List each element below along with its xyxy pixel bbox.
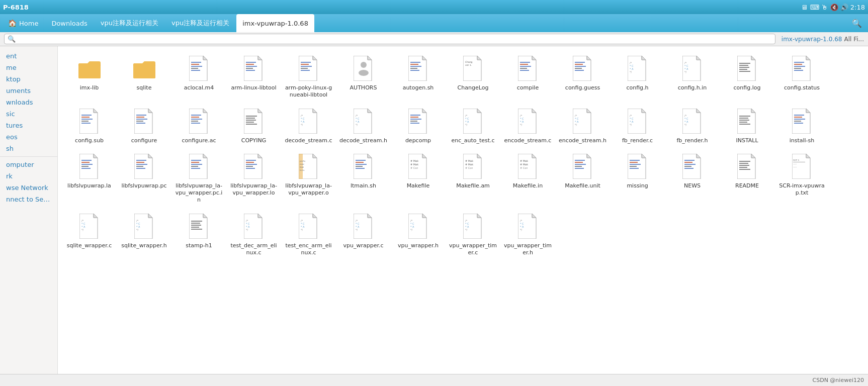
- file-item-libfslvpuwrap-pc-in[interactable]: libfslvpuwrap_la-vpu_wrapper.pc.in: [172, 149, 225, 207]
- sidebar-item-desktop[interactable]: ktop: [0, 73, 57, 85]
- svg-marker-214: [422, 154, 426, 158]
- svg-marker-74: [806, 56, 810, 60]
- file-item-COPYING[interactable]: COPYING: [227, 104, 280, 147]
- file-item-stamp-h1[interactable]: stamp-h1: [172, 209, 225, 260]
- svg-rect-76: [794, 64, 802, 65]
- file-item-config-guess[interactable]: config.guess: [556, 51, 609, 102]
- sidebar-item-recent[interactable]: ent: [0, 50, 57, 62]
- svg-marker-263: [94, 214, 98, 218]
- file-item-libfslvpuwrap-pc[interactable]: libfslvpuwrap.pc: [118, 149, 170, 207]
- file-item-config-h[interactable]: /* * C * A */ config.h: [611, 51, 664, 102]
- file-label-INSTALL: INSTALL: [736, 137, 758, 144]
- file-item-arm-linux-libtool[interactable]: arm-linux-libtool: [227, 51, 280, 102]
- sidebar-item-computer[interactable]: omputer: [0, 159, 57, 170]
- file-item-depcomp[interactable]: depcomp: [392, 104, 445, 147]
- file-item-ltmain[interactable]: ltmain.sh: [337, 149, 390, 207]
- file-item-Makefile[interactable]: # Mak # Mak # Con Makefile: [392, 149, 445, 207]
- sidebar-item-connect-server[interactable]: nnect to Server: [0, 194, 57, 205]
- tab-imx[interactable]: imx-vpuwrap-1.0.68: [236, 14, 314, 32]
- file-item-aclocal[interactable]: aclocal.m4: [172, 51, 225, 102]
- sidebar-item-home[interactable]: me: [0, 62, 57, 73]
- file-item-Makefile-in[interactable]: # Mak # Mak # Con Makefile.in: [501, 149, 554, 207]
- search-input[interactable]: [18, 35, 772, 43]
- svg-rect-247: [684, 166, 691, 167]
- file-label-libfslvpuwrap-la-wrapper: libfslvpuwrap_la-vpu_wrapper.lo: [229, 182, 278, 197]
- file-label-sqlite: sqlite: [137, 84, 152, 91]
- sidebar-item-trash[interactable]: sh: [0, 143, 57, 154]
- file-item-test-dec-arm-c[interactable]: /* * C * A */ test_dec_arm_elinux.c: [227, 209, 280, 260]
- svg-marker-219: [477, 154, 481, 158]
- file-item-configure-ac[interactable]: configure.ac: [172, 104, 225, 147]
- file-item-SCR-imx[interactable]: NXP S ----- ----- SCR-imx-vpuwrap.txt: [775, 149, 828, 207]
- file-item-INSTALL[interactable]: INSTALL: [721, 104, 773, 147]
- file-item-arm-poky-linux-gnueabi-libtool[interactable]: arm-poky-linux-gnueabi-libtool: [282, 51, 335, 102]
- file-label-config-sub: config.sub: [75, 137, 104, 144]
- file-item-config-status[interactable]: config.status: [775, 51, 828, 102]
- file-item-enc-auto-test-c[interactable]: /* * C * A */ enc_auto_test.c: [447, 104, 499, 147]
- tab-vpu2[interactable]: vpu注释及运行相关: [165, 14, 235, 32]
- svg-rect-69: [739, 65, 748, 66]
- file-label-arm-linux-libtool: arm-linux-libtool: [231, 84, 276, 91]
- file-item-imx-lib[interactable]: imx-lib: [63, 51, 116, 102]
- file-item-sqlite[interactable]: sqlite: [118, 51, 170, 102]
- svg-text:-----: -----: [793, 163, 797, 165]
- file-item-missing[interactable]: missing: [611, 149, 664, 207]
- file-item-config-h-in[interactable]: /* * C * A */ config.h.in: [666, 51, 719, 102]
- svg-rect-20: [301, 62, 311, 63]
- svg-text:# Con: # Con: [410, 166, 418, 169]
- svg-rect-191: [191, 168, 200, 169]
- file-item-NEWS[interactable]: NEWS: [666, 149, 719, 207]
- file-icon-decode-stream-c: /* * C * A */: [297, 107, 321, 135]
- file-item-vpu-wrapper-h[interactable]: /* * C * A */ vpu_wrapper.h: [392, 209, 445, 260]
- svg-rect-259: [793, 162, 805, 162]
- file-item-config-log[interactable]: config.log: [721, 51, 773, 102]
- svg-rect-15: [246, 66, 257, 67]
- file-item-fb-render-c[interactable]: /* * C * A */ fb_render.c: [611, 104, 664, 147]
- file-item-sqlite-wrapper-h[interactable]: /* * C * A */ sqlite_wrapper.h: [118, 209, 170, 260]
- file-item-configure[interactable]: configure: [118, 104, 170, 147]
- file-item-decode-stream-h[interactable]: /* * C * A */ decode_stream.h: [337, 104, 390, 147]
- search-button[interactable]: 🔍: [848, 14, 866, 32]
- file-item-install-sh[interactable]: install-sh: [775, 104, 828, 147]
- file-label-test-enc-arm-c: test_enc_arm_elinux.c: [284, 242, 333, 257]
- search-box[interactable]: 🔍: [4, 34, 775, 44]
- file-item-libfslvpuwrap-la[interactable]: libfslvpuwrap.la: [63, 149, 116, 207]
- file-item-vpu-wrapper-c[interactable]: /* * C * A */ vpu_wrapper.c: [337, 209, 390, 260]
- file-item-encode-stream-h[interactable]: /* * C * A */ encode_stream.h: [556, 104, 609, 147]
- sidebar-item-network[interactable]: rk: [0, 170, 57, 182]
- search-icon: 🔍: [8, 35, 16, 43]
- file-item-libfslvpuwrap-la-wrapper[interactable]: libfslvpuwrap_la-vpu_wrapper.lo: [227, 149, 280, 207]
- tab-home[interactable]: 🏠 Home: [2, 14, 44, 32]
- sidebar-item-videos[interactable]: eos: [0, 131, 57, 143]
- file-item-compile[interactable]: compile: [501, 51, 554, 102]
- file-item-config-sub[interactable]: config.sub: [63, 104, 116, 147]
- sidebar-item-music[interactable]: sic: [0, 108, 57, 120]
- svg-marker-26: [368, 56, 372, 60]
- file-item-fb-render-h[interactable]: /* * C * A */ fb_render.h: [666, 104, 719, 147]
- file-item-vpu-wrapper-timer-c[interactable]: /* * C * A */ vpu_wrapper_timer.c: [447, 209, 499, 260]
- sidebar-item-browse-network[interactable]: wse Network: [0, 182, 57, 194]
- sidebar-item-downloads[interactable]: wnloads: [0, 96, 57, 108]
- file-item-vpu-wrapper-timer-h[interactable]: /* * C * A */ vpu_wrapper_timer.h: [501, 209, 554, 260]
- file-icon-INSTALL: [735, 107, 759, 135]
- file-item-decode-stream-c[interactable]: /* * C * A */ decode_stream.c: [282, 104, 335, 147]
- sidebar-item-documents[interactable]: uments: [0, 85, 57, 96]
- file-item-sqlite-wrapper-c[interactable]: /* * C * A */ sqlite_wrapper.c: [63, 209, 116, 260]
- file-item-AUTHORS[interactable]: AUTHORS: [337, 51, 390, 102]
- file-item-Makefile-unit[interactable]: Makefile.unit: [556, 149, 609, 207]
- tab-vpu1[interactable]: vpu注释及运行相关: [95, 14, 164, 32]
- svg-rect-212: [356, 168, 365, 169]
- svg-marker-19: [313, 56, 317, 60]
- file-item-README[interactable]: README: [721, 149, 773, 207]
- file-item-test-enc-arm-c[interactable]: /* * C * A */ test_enc_arm_elinux.c: [282, 209, 335, 260]
- sidebar-item-pictures[interactable]: tures: [0, 120, 57, 131]
- file-item-libfslvpuwrap-la-wrapper-o[interactable]: prefix exec libdi inclu libfslvpuwrap_la…: [282, 149, 335, 207]
- tab-downloads[interactable]: Downloads: [45, 14, 93, 32]
- file-item-encode-stream-c[interactable]: /* * C * A */ encode_stream.c: [501, 104, 554, 147]
- file-item-Makefile-am[interactable]: # Mak # Mak # Con Makefile.am: [447, 149, 499, 207]
- svg-rect-90: [136, 117, 144, 118]
- file-item-autogen[interactable]: autogen.sh: [392, 51, 445, 102]
- file-item-ChangeLog[interactable]: Chang ver 1. ChangeLog: [447, 51, 499, 102]
- svg-rect-245: [684, 162, 692, 163]
- svg-marker-146: [642, 109, 646, 113]
